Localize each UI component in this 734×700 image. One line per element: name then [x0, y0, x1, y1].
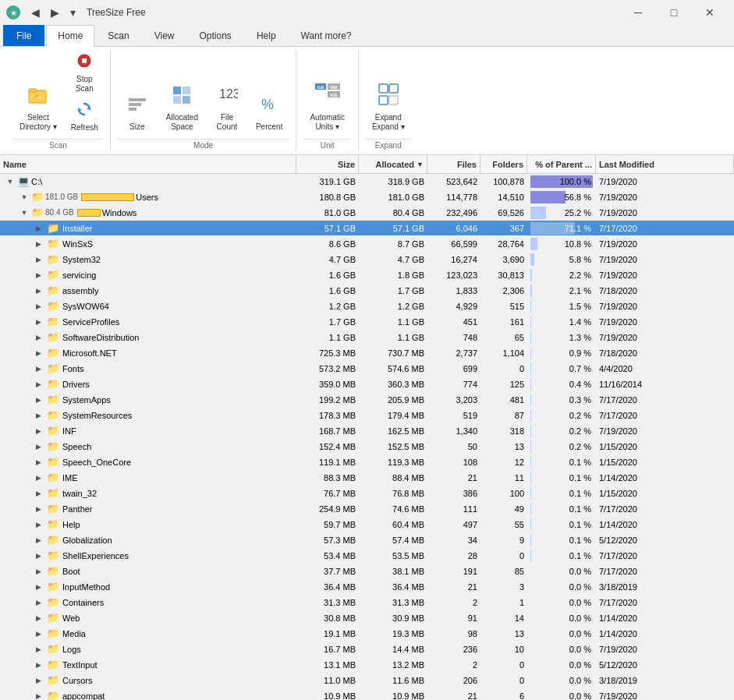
table-row[interactable]: ▶📁Web30.8 MB30.9 MB91140.0 %1/14/2020: [0, 610, 734, 626]
table-row[interactable]: ▶📁twain_3276.7 MB76.8 MB3861000.1 %1/15/…: [0, 486, 734, 501]
table-row[interactable]: ▶📁ShellExperiences53.4 MB53.5 MB2800.1 %…: [0, 548, 734, 564]
row-files: 206: [427, 673, 480, 688]
row-expand-button[interactable]: ▶: [33, 550, 44, 561]
back-button[interactable]: ◀: [27, 3, 44, 22]
row-expand-button[interactable]: ▶: [33, 566, 44, 577]
header-allocated[interactable]: Allocated ▼: [359, 155, 427, 173]
row-expand-button[interactable]: ▶: [33, 535, 44, 546]
row-files: 519: [427, 408, 480, 422]
header-modified[interactable]: Last Modified: [596, 155, 734, 173]
row-expand-button[interactable]: ▶: [33, 675, 44, 686]
table-row[interactable]: ▶📁SysWOW641.2 GB1.2 GB4,9295151.5 %7/19/…: [0, 299, 734, 314]
tab-file[interactable]: File: [3, 25, 44, 46]
table-row[interactable]: ▼📁181.0 GBUsers180.8 GB181.0 GB114,77814…: [0, 189, 734, 205]
percent-button[interactable]: % Percent: [249, 90, 289, 136]
row-expand-button[interactable]: ▶: [33, 363, 44, 374]
row-expand-button[interactable]: ▶: [33, 316, 44, 327]
row-expand-button[interactable]: ▶: [33, 488, 44, 499]
maximize-button[interactable]: □: [656, 0, 692, 25]
table-row[interactable]: ▶📁INF168.7 MB162.5 MB1,3403180.2 %7/19/2…: [0, 423, 734, 439]
table-row[interactable]: ▶📁Help59.7 MB60.4 MB497550.1 %1/14/2020: [0, 517, 734, 532]
row-expand-button[interactable]: ▼: [19, 192, 30, 203]
table-row[interactable]: ▶📁SystemApps199.2 MB205.9 MB3,2034810.3 …: [0, 392, 734, 408]
table-row[interactable]: ▶📁Speech_OneCore119.1 MB119.3 MB108120.1…: [0, 454, 734, 470]
row-expand-button[interactable]: ▶: [33, 348, 44, 359]
size-button[interactable]: Size: [117, 90, 158, 136]
row-expand-button[interactable]: ▶: [33, 597, 44, 608]
header-folders[interactable]: Folders: [480, 155, 527, 173]
tree-body[interactable]: ▼💻C:\319.1 GB318.9 GB523,642100,878100.0…: [0, 174, 734, 700]
table-row[interactable]: ▶📁ServiceProfiles1.7 GB1.1 GB4511611.4 %…: [0, 314, 734, 330]
row-expand-button[interactable]: ▶: [33, 504, 44, 514]
row-expand-button[interactable]: ▶: [33, 691, 44, 701]
tab-home[interactable]: Home: [46, 25, 94, 47]
table-row[interactable]: ▶📁WinSxS8.6 GB8.7 GB66,59928,76410.8 %7/…: [0, 236, 734, 252]
row-expand-button[interactable]: ▶: [33, 394, 44, 405]
table-row[interactable]: ▶📁Drivers359.0 MB360.3 MB7741250.4 %11/1…: [0, 377, 734, 392]
tab-want-more[interactable]: Want more?: [289, 25, 363, 46]
row-expand-button[interactable]: ▶: [33, 223, 44, 234]
refresh-button[interactable]: Refresh: [66, 98, 104, 136]
row-expand-button[interactable]: ▶: [33, 379, 44, 390]
header-percent[interactable]: % of Parent ...: [527, 155, 596, 173]
row-expand-button[interactable]: ▶: [33, 644, 44, 655]
stop-scan-button[interactable]: StopScan: [66, 50, 104, 97]
table-row[interactable]: ▶📁SystemResources178.3 MB179.4 MB519870.…: [0, 408, 734, 423]
table-row[interactable]: ▼💻C:\319.1 GB318.9 GB523,642100,878100.0…: [0, 174, 734, 189]
close-button[interactable]: ✕: [692, 0, 728, 25]
row-expand-button[interactable]: ▶: [33, 332, 44, 343]
header-name[interactable]: Name: [0, 155, 296, 173]
header-files[interactable]: Files: [427, 155, 480, 173]
row-expand-button[interactable]: ▼: [5, 176, 16, 187]
row-expand-button[interactable]: ▶: [33, 285, 44, 296]
auto-units-button[interactable]: GB MB KB AutomaticUnits ▾: [303, 79, 351, 136]
row-expand-button[interactable]: ▶: [33, 254, 44, 265]
forward-button[interactable]: ▶: [46, 3, 64, 22]
table-row[interactable]: ▶📁Panther254.9 MB74.6 MB111490.1 %7/17/2…: [0, 501, 734, 517]
row-expand-button[interactable]: ▶: [33, 457, 44, 468]
tab-scan[interactable]: Scan: [96, 25, 140, 46]
table-row[interactable]: ▶📁TextInput13.1 MB13.2 MB200.0 %5/12/202…: [0, 657, 734, 673]
table-row[interactable]: ▶📁Cursors11.0 MB11.6 MB20600.0 %3/18/201…: [0, 673, 734, 688]
row-expand-button[interactable]: ▶: [33, 239, 44, 249]
table-row[interactable]: ▶📁appcompat10.9 MB10.9 MB2160.0 %7/19/20…: [0, 688, 734, 700]
row-expand-button[interactable]: ▶: [33, 301, 44, 312]
row-expand-button[interactable]: ▶: [33, 426, 44, 437]
tab-options[interactable]: Options: [188, 25, 243, 46]
table-row[interactable]: ▶📁Microsoft.NET725.3 MB730.7 MB2,7371,10…: [0, 345, 734, 361]
tab-view[interactable]: View: [143, 25, 186, 46]
dropdown-button[interactable]: ▾: [66, 3, 80, 22]
row-expand-button[interactable]: ▶: [33, 628, 44, 639]
row-expand-button[interactable]: ▶: [33, 519, 44, 530]
table-row[interactable]: ▶📁Installer57.1 GB57.1 GB6,04636771.1 %7…: [0, 221, 734, 236]
row-expand-button[interactable]: ▶: [33, 613, 44, 624]
table-row[interactable]: ▶📁Containers31.3 MB31.3 MB210.0 %7/17/20…: [0, 595, 734, 610]
minimize-button[interactable]: ─: [620, 0, 656, 25]
row-expand-button[interactable]: ▶: [33, 441, 44, 452]
row-expand-button[interactable]: ▼: [19, 207, 30, 218]
allocated-space-button[interactable]: AllocatedSpace: [159, 80, 205, 136]
row-expand-button[interactable]: ▶: [33, 270, 44, 281]
table-row[interactable]: ▶📁InputMethod36.4 MB36.4 MB2130.0 %3/18/…: [0, 579, 734, 595]
table-row[interactable]: ▶📁SoftwareDistribution1.1 GB1.1 GB748651…: [0, 330, 734, 345]
table-row[interactable]: ▶📁Boot37.7 MB38.1 MB191850.0 %7/17/2020: [0, 564, 734, 579]
table-row[interactable]: ▶📁IME88.3 MB88.4 MB21110.1 %1/14/2020: [0, 470, 734, 486]
row-expand-button[interactable]: ▶: [33, 582, 44, 592]
tab-help[interactable]: Help: [245, 25, 288, 46]
table-row[interactable]: ▶📁System324.7 GB4.7 GB16,2743,6905.8 %7/…: [0, 252, 734, 267]
table-row[interactable]: ▶📁servicing1.6 GB1.8 GB123,02330,8132.2 …: [0, 267, 734, 283]
expand-button[interactable]: ExpandExpand ▾: [365, 79, 412, 136]
table-row[interactable]: ▶📁assembly1.6 GB1.7 GB1,8332,3062.1 %7/1…: [0, 283, 734, 299]
file-count-button[interactable]: 123 FileCount: [207, 80, 247, 136]
table-row[interactable]: ▶📁Globalization57.3 MB57.4 MB3490.1 %5/1…: [0, 532, 734, 548]
row-expand-button[interactable]: ▶: [33, 410, 44, 421]
table-row[interactable]: ▶📁Media19.1 MB19.3 MB98130.0 %1/14/2020: [0, 626, 734, 642]
table-row[interactable]: ▶📁Logs16.7 MB14.4 MB236100.0 %7/19/2020: [0, 642, 734, 657]
table-row[interactable]: ▶📁Fonts573.2 MB574.6 MB69900.7 %4/4/2020: [0, 361, 734, 377]
row-expand-button[interactable]: ▶: [33, 659, 44, 670]
row-expand-button[interactable]: ▶: [33, 472, 44, 483]
table-row[interactable]: ▼📁80.4 GBWindows81.0 GB80.4 GB232,49669,…: [0, 205, 734, 221]
select-directory-button[interactable]: 📂 SelectDirectory ▾: [12, 80, 64, 136]
header-size[interactable]: Size: [296, 155, 359, 173]
table-row[interactable]: ▶📁Speech152.4 MB152.5 MB50130.2 %1/15/20…: [0, 439, 734, 454]
